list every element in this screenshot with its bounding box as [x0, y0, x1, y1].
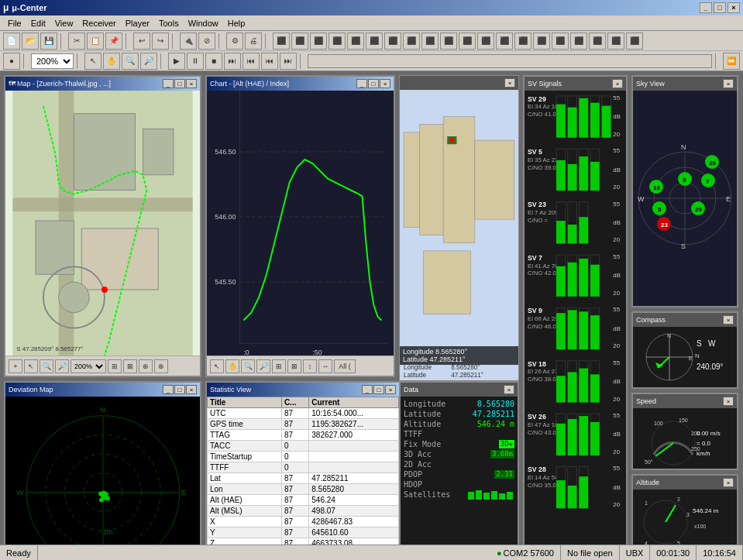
map-tb-btn4[interactable]: 🔎: [55, 359, 69, 373]
alt-title-bar[interactable]: Altitude ×: [633, 476, 737, 490]
first-button[interactable]: ⏮: [261, 53, 278, 70]
world-title-bar[interactable]: ×: [400, 76, 518, 90]
tb-extra1[interactable]: ⬛: [273, 33, 290, 50]
stat-minimize[interactable]: _: [362, 385, 373, 394]
dev-title-bar[interactable]: Deviation Map _ □ ×: [5, 383, 200, 397]
menu-file[interactable]: File: [3, 17, 26, 29]
map-title-bar[interactable]: 🗺 Map - [Zuerich-Thalwil.jpg , ...] _ □ …: [5, 77, 200, 91]
map-tb-btn5[interactable]: ⊞: [108, 359, 122, 373]
data-title-bar[interactable]: Data ×: [401, 383, 518, 397]
compass-title-bar[interactable]: Compass ×: [633, 313, 737, 327]
sv-close[interactable]: ×: [612, 79, 623, 88]
last-button[interactable]: ⏭: [280, 53, 297, 70]
tb-extra19[interactable]: ⬛: [607, 33, 624, 50]
speed-close[interactable]: ×: [723, 397, 734, 406]
step-back-button[interactable]: ⏮: [243, 53, 260, 70]
sky-close[interactable]: ×: [723, 79, 734, 88]
map-zoom-select[interactable]: 200%: [71, 359, 106, 373]
chart-tb-btn8[interactable]: ↔: [318, 359, 332, 373]
tb-extra5[interactable]: ⬛: [347, 33, 364, 50]
tb-extra8[interactable]: ⬛: [403, 33, 420, 50]
dev-maximize[interactable]: □: [174, 385, 185, 394]
tb-extra4[interactable]: ⬛: [329, 33, 346, 50]
speed-title-bar[interactable]: Speed ×: [633, 394, 737, 408]
print-button[interactable]: 🖨: [245, 33, 262, 50]
tb-extra2[interactable]: ⬛: [291, 33, 308, 50]
map-tb-btn6[interactable]: ⊠: [123, 359, 137, 373]
progress-bar[interactable]: [308, 54, 712, 68]
menu-tools[interactable]: Tools: [154, 17, 184, 29]
minimize-button[interactable]: _: [700, 2, 712, 13]
chart-maximize[interactable]: □: [368, 79, 379, 88]
copy-button[interactable]: 📋: [87, 33, 104, 50]
tb-extra3[interactable]: ⬛: [310, 33, 327, 50]
chart-tb-btn4[interactable]: 🔎: [256, 359, 270, 373]
new-button[interactable]: 📄: [3, 33, 20, 50]
stat-table-container[interactable]: Title C... Current UTC 87 10:16:54.000..…: [207, 397, 399, 545]
cut-button[interactable]: ✂: [68, 33, 85, 50]
map-tb-btn7[interactable]: ⊕: [139, 359, 153, 373]
zoom-out-button[interactable]: 🔎: [140, 53, 157, 70]
compass-close[interactable]: ×: [723, 315, 734, 325]
close-button[interactable]: ×: [728, 2, 740, 13]
chart-minimize[interactable]: _: [356, 79, 367, 88]
menu-edit[interactable]: Edit: [26, 17, 50, 29]
menu-help[interactable]: Help: [223, 17, 250, 29]
pause-button[interactable]: ⏸: [187, 53, 204, 70]
map-maximize[interactable]: □: [174, 79, 185, 88]
stop-button[interactable]: ■: [205, 53, 222, 70]
zoom-in-button[interactable]: 🔍: [122, 53, 139, 70]
tb-extra9[interactable]: ⬛: [421, 33, 439, 50]
save-button[interactable]: 💾: [40, 33, 57, 50]
menu-player[interactable]: Player: [121, 17, 154, 29]
chart-tb-btn2[interactable]: ✋: [225, 359, 239, 373]
stat-close[interactable]: ×: [385, 385, 396, 394]
dev-minimize[interactable]: _: [163, 385, 174, 394]
chart-tb-btn6[interactable]: ⊠: [287, 359, 301, 373]
tb-extra11[interactable]: ⬛: [459, 33, 476, 50]
step-fwd-button[interactable]: ⏭: [224, 53, 241, 70]
map-minimize[interactable]: _: [163, 79, 174, 88]
redo-button[interactable]: ↪: [152, 33, 169, 50]
map-tb-btn1[interactable]: +: [9, 359, 22, 373]
map-tb-btn8[interactable]: ⊗: [154, 359, 168, 373]
tb-extra10[interactable]: ⬛: [440, 33, 457, 50]
maximize-button[interactable]: □: [714, 2, 726, 13]
pan-button[interactable]: ✋: [103, 53, 120, 70]
record-button[interactable]: ●: [3, 53, 20, 70]
play-button[interactable]: ▶: [168, 53, 185, 70]
map-close[interactable]: ×: [186, 79, 197, 88]
world-close[interactable]: ×: [504, 78, 515, 88]
chart-title-bar[interactable]: Chart - [Alt (HAE) / Index] _ □ ×: [207, 77, 394, 91]
disconnect-button[interactable]: ⊘: [198, 33, 215, 50]
tb-extra12[interactable]: ⬛: [477, 33, 494, 50]
chart-tb-btn3[interactable]: 🔍: [241, 359, 255, 373]
forward-big-button[interactable]: ⏩: [723, 53, 740, 70]
map-tb-btn2[interactable]: ↖: [24, 359, 38, 373]
sv-title-bar[interactable]: SV Signals ×: [525, 77, 626, 91]
chart-tb-btn5[interactable]: ⊞: [272, 359, 286, 373]
chart-tb-btn7[interactable]: ↕: [303, 359, 317, 373]
alt-close[interactable]: ×: [723, 478, 734, 487]
config-button[interactable]: ⚙: [226, 33, 243, 50]
tb-extra13[interactable]: ⬛: [496, 33, 513, 50]
open-button[interactable]: 📂: [22, 33, 39, 50]
col-title[interactable]: Title: [208, 397, 282, 408]
tb-extra6[interactable]: ⬛: [366, 33, 383, 50]
tb-extra20[interactable]: ⬛: [626, 33, 643, 50]
menu-view[interactable]: View: [50, 17, 78, 29]
data-close[interactable]: ×: [504, 385, 514, 394]
sky-title-bar[interactable]: Sky View ×: [633, 77, 737, 91]
chart-tb-btn1[interactable]: ↖: [210, 359, 224, 373]
tb-extra17[interactable]: ⬛: [570, 33, 587, 50]
tb-extra16[interactable]: ⬛: [552, 33, 569, 50]
col-current[interactable]: Current: [309, 397, 399, 408]
tb-extra18[interactable]: ⬛: [589, 33, 606, 50]
zoom-select[interactable]: 200% 100% 50%: [31, 53, 74, 69]
dev-close[interactable]: ×: [186, 385, 197, 394]
map-tb-btn3[interactable]: 🔍: [40, 359, 53, 373]
cursor-button[interactable]: ↖: [84, 53, 101, 70]
window-controls[interactable]: _ □ ×: [700, 2, 740, 13]
tb-extra15[interactable]: ⬛: [533, 33, 550, 50]
paste-button[interactable]: 📌: [105, 33, 122, 50]
